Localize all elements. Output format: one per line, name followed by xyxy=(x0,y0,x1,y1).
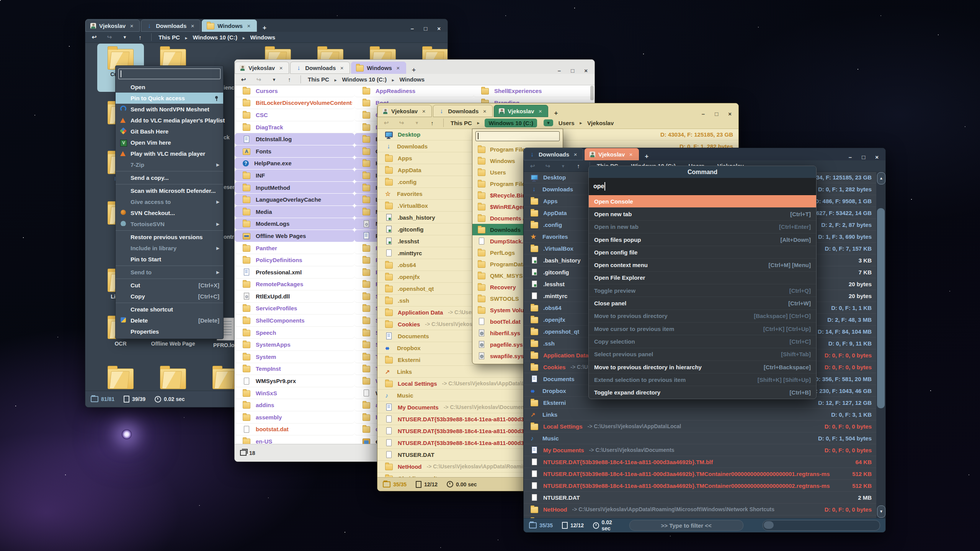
file-row[interactable]: AppReadiness xyxy=(354,85,474,97)
file-row[interactable]: RemotePackages xyxy=(235,279,354,291)
tab-close-icon[interactable]: × xyxy=(246,23,252,29)
forward-icon[interactable]: ↪ xyxy=(544,163,552,170)
file-row[interactable]: WMSysPr9.prx xyxy=(235,375,354,387)
breadcrumb-item[interactable]: Windows 10 (C:)▸ xyxy=(342,76,394,83)
palette-command[interactable]: Copy selection [Ctrl+C] xyxy=(589,335,816,347)
palette-command[interactable]: Extend selection to previous item [Shift… xyxy=(589,373,816,386)
file-row[interactable]: Fonts xyxy=(235,145,354,158)
breadcrumb-item[interactable]: This PC▸ xyxy=(158,34,187,41)
history-dropdown-icon[interactable]: ▼ xyxy=(559,164,567,168)
menu-item[interactable]: Restore previous versions xyxy=(116,230,223,243)
maximize-button[interactable]: □ xyxy=(424,25,427,32)
file-row[interactable]: assembly xyxy=(235,411,354,424)
menu-item[interactable]: TortoiseSVN xyxy=(116,218,223,230)
palette-command[interactable]: Toggle expand directory [Ctrl+B] xyxy=(589,386,816,398)
file-row[interactable]: Media xyxy=(235,206,354,218)
tab[interactable]: Downloads × xyxy=(141,20,201,32)
file-row[interactable]: Links D: 0, F: 3, 1 KB xyxy=(524,409,876,421)
maximize-button[interactable]: □ xyxy=(862,154,865,160)
forward-icon[interactable]: ↪ xyxy=(255,76,263,83)
breadcrumb-item[interactable]: Windows▸ xyxy=(250,34,275,41)
close-button[interactable]: × xyxy=(875,154,879,160)
menu-item[interactable]: Create shortcut xyxy=(116,303,223,315)
file-row[interactable]: DiagTrack xyxy=(235,121,354,134)
tab-close-icon[interactable]: × xyxy=(421,108,427,114)
palette-command[interactable]: Open File Explorer xyxy=(589,271,816,284)
palette-command[interactable]: Move cursor to previous item [Ctrl+K] [C… xyxy=(589,322,816,335)
menu-item[interactable]: Scan with Microsoft Defender... xyxy=(116,184,223,196)
menu-filter-input[interactable] xyxy=(118,68,220,79)
menu-item[interactable]: Add to VLC media player's Playlist xyxy=(116,115,223,126)
breadcrumb-drive-chip[interactable]: Windows 10 (C:) xyxy=(485,119,537,127)
menu-item[interactable]: Cut [Ctrl+X] xyxy=(116,279,223,291)
file-row[interactable]: System xyxy=(235,351,354,363)
back-icon[interactable]: ↩ xyxy=(528,163,537,170)
new-tab-button[interactable]: + xyxy=(258,24,271,32)
menu-item[interactable]: Send to xyxy=(116,266,223,278)
file-row[interactable]: Offline Web Pages xyxy=(235,230,354,242)
file-row[interactable]: CSC xyxy=(235,109,354,121)
tab[interactable]: Downloads × xyxy=(524,148,583,160)
file-row[interactable]: ShellExperiences xyxy=(473,85,593,97)
breadcrumb-item[interactable]: This PC▸ xyxy=(308,76,336,83)
forward-icon[interactable]: ↪ xyxy=(397,119,406,126)
breadcrumb-item[interactable]: Vjekoslav xyxy=(587,120,614,126)
palette-command[interactable]: Move to previous directory in hierarchy … xyxy=(589,360,816,373)
file-row[interactable]: ServiceProfiles xyxy=(235,303,354,315)
scrollbar-thumb[interactable] xyxy=(877,208,885,408)
new-tab-button[interactable]: + xyxy=(640,153,653,160)
file-row[interactable]: addins xyxy=(235,399,354,411)
close-button[interactable]: × xyxy=(437,25,441,32)
file-row[interactable]: TempInst xyxy=(235,363,354,375)
menu-item[interactable]: 7-Zip xyxy=(116,159,223,170)
new-tab-button[interactable]: + xyxy=(407,66,420,74)
scrollbar[interactable]: ▲ ▼ xyxy=(876,171,885,518)
minimize-button[interactable]: – xyxy=(849,154,852,160)
scroll-up-icon[interactable]: ▲ xyxy=(877,172,885,184)
close-button[interactable]: × xyxy=(584,67,588,74)
file-row[interactable]: Professional.xml xyxy=(235,266,354,279)
up-icon[interactable]: ↑ xyxy=(285,76,294,83)
file-row[interactable]: HelpPane.exe xyxy=(235,158,354,170)
menu-item[interactable]: Send a copy... xyxy=(116,171,223,183)
forward-icon[interactable]: ↪ xyxy=(105,34,114,41)
history-dropdown-icon[interactable]: ▼ xyxy=(413,121,421,125)
file-row[interactable]: WinSxS xyxy=(235,387,354,399)
history-dropdown-icon[interactable]: ▼ xyxy=(270,77,278,82)
menu-item[interactable]: Give access to xyxy=(116,196,223,207)
tab-close-icon[interactable]: × xyxy=(537,108,543,114)
palette-command[interactable]: Close panel [Ctrl+W] xyxy=(589,297,816,309)
tab[interactable]: Vjekoslav × xyxy=(377,105,432,117)
palette-command[interactable]: Open files popup [Alt+Down] xyxy=(589,233,816,246)
file-row[interactable]: en-US xyxy=(235,435,354,444)
tab[interactable]: Windows × xyxy=(351,62,406,74)
palette-command[interactable]: Select previous panel [Shift+Tab] xyxy=(589,348,816,360)
maximize-button[interactable]: □ xyxy=(715,111,718,117)
breadcrumb-item[interactable]: Windows▸ xyxy=(399,76,425,83)
file-row[interactable]: NTUSER.DAT{53b39e88-18c4-11ea-a811-000d3… xyxy=(524,468,876,480)
close-button[interactable]: × xyxy=(728,111,732,117)
file-row[interactable]: Panther xyxy=(235,242,354,254)
breadcrumb-item[interactable]: This PC xyxy=(451,120,472,126)
up-icon[interactable]: ↑ xyxy=(574,163,583,169)
back-icon[interactable]: ↩ xyxy=(382,119,390,126)
back-icon[interactable]: ↩ xyxy=(239,76,248,83)
scroll-down-icon[interactable]: ▼ xyxy=(877,505,885,518)
tab[interactable]: Vjekoslav × xyxy=(494,105,548,117)
palette-command[interactable]: Open new tab [Ctrl+T] xyxy=(589,207,816,220)
file-row[interactable]: Music D: 0, F: 1, 504 bytes xyxy=(524,432,876,444)
file-row[interactable]: RtlExUpd.dll xyxy=(235,290,354,303)
menu-item[interactable]: Copy [Ctrl+C] xyxy=(116,291,223,302)
file-row[interactable]: ModemLogs xyxy=(235,218,354,230)
menu-item[interactable]: SVN Checkout... xyxy=(116,207,223,218)
tab-close-icon[interactable]: × xyxy=(628,151,634,158)
file-row[interactable]: NetHood -> C:\Users\Vjekoslav\AppData\Ro… xyxy=(524,504,876,515)
scrollbar[interactable] xyxy=(590,86,594,100)
file-row[interactable]: PolicyDefinitions xyxy=(235,254,354,266)
file-row[interactable]: bootstat.dat xyxy=(235,424,354,436)
palette-search-input[interactable]: ope xyxy=(589,178,816,195)
file-row[interactable]: INF xyxy=(235,170,354,182)
tab[interactable]: Windows × xyxy=(202,20,257,32)
tab[interactable]: Downloads × xyxy=(290,62,350,74)
tab-close-icon[interactable]: × xyxy=(129,23,135,29)
